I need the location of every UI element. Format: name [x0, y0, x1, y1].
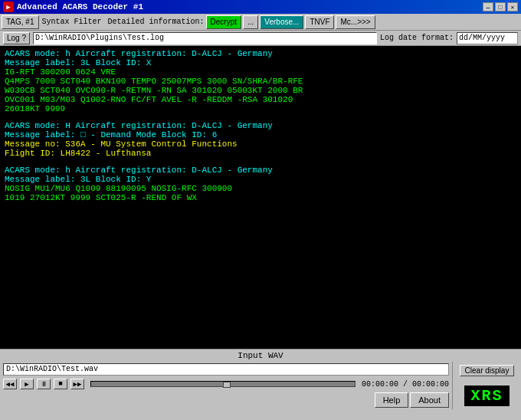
wav-label-bar: Input WAV [0, 349, 521, 362]
acars-block-0: ACARS mode: h Aircraft registration: D-A… [5, 49, 516, 113]
dots-button[interactable]: ... [243, 15, 258, 29]
tnvf-button[interactable]: TNVF [305, 15, 334, 29]
acars-line: ACARS mode: h Aircraft registration: D-A… [5, 49, 516, 58]
mcmore-button[interactable]: Mc...>>> [336, 15, 375, 29]
app-icon: ▶ [3, 2, 14, 12]
acars-line: 26018KT 9999 [5, 104, 516, 113]
detailed-info-label: Detailed information: [108, 18, 205, 26]
title-bar-left: ▶ Advanced ACARS Decoder #1 [3, 2, 143, 12]
maximize-button[interactable]: □ [495, 2, 506, 11]
acars-block-1: ACARS mode: H Aircraft registration: D-A… [5, 121, 516, 158]
acars-line: OVC001 M03/M03 Q1002-RNO FC/FT AVEL -R -… [5, 95, 516, 104]
acars-line: NOSIG MU1/MU6 Q1009 88190095 NOSIG-RFC 3… [5, 184, 516, 193]
acars-line: W030CB SCT040 OVC090-R -RETMN -RN SA 301… [5, 86, 516, 95]
bottom-area: Input WAV D:\WinRADIO\Test.wav ◀◀ ▶ ⏸ ■ … [0, 349, 521, 420]
app-title: Advanced ACARS Decoder #1 [17, 2, 143, 11]
close-button[interactable]: ✕ [507, 2, 518, 11]
verbose-button[interactable]: Verbose... [260, 15, 303, 29]
about-button[interactable]: About [410, 392, 449, 408]
main-bottom: D:\WinRADIO\Test.wav ◀◀ ▶ ⏸ ■ ▶▶ 00:00:0… [0, 362, 521, 409]
acars-line: ACARS mode: H Aircraft registration: D-A… [5, 121, 516, 130]
decrypt-button[interactable]: Decrypt [206, 15, 241, 29]
clear-display-button[interactable]: Clear display [460, 365, 515, 376]
acars-line: ACARS mode: h Aircraft registration: D-A… [5, 166, 516, 175]
log-date-format-input[interactable] [457, 32, 518, 44]
title-bar: ▶ Advanced ACARS Decoder #1 — □ ✕ [0, 0, 521, 14]
bottom-buttons-row: Help About [0, 391, 452, 409]
progress-bar[interactable] [90, 381, 356, 387]
wav-label: Input WAV [238, 351, 283, 360]
minimize-button[interactable]: — [483, 2, 493, 11]
acars-block-2: ACARS mode: h Aircraft registration: D-A… [5, 166, 516, 202]
acars-line: Message label: 3L Block ID: X [5, 58, 516, 67]
acars-line: Message no: S36A - MU System Control Fun… [5, 139, 516, 149]
help-button[interactable]: Help [375, 392, 409, 408]
acars-line: 1019 27012KT 9999 SCT025-R -REND OF WX [5, 193, 516, 202]
progress-thumb[interactable] [223, 382, 231, 388]
play-button[interactable]: ▶ [20, 379, 34, 389]
bottom-right: Clear display XRS [452, 362, 521, 409]
toolbar2: Log ? Log date format: [0, 31, 521, 46]
tag-button[interactable]: TAG, #1 [2, 15, 39, 29]
bottom-left: D:\WinRADIO\Test.wav ◀◀ ▶ ⏸ ■ ▶▶ 00:00:0… [0, 362, 452, 409]
wav-file-path: D:\WinRADIO\Test.wav [3, 363, 449, 376]
log-file-path-input[interactable] [33, 32, 377, 44]
log-button[interactable]: Log ? [3, 32, 30, 44]
title-bar-controls: — □ ✕ [483, 2, 518, 11]
stop-button[interactable]: ■ [54, 379, 67, 389]
acars-line: Message label: □ - Demand Mode Block ID:… [5, 130, 516, 139]
controls-row: ◀◀ ▶ ⏸ ■ ▶▶ 00:00:00 / 00:00:00 [0, 377, 452, 391]
syntax-filter-label: Syntax Filter [42, 18, 102, 26]
xrs-label: XRS [464, 386, 509, 406]
acars-line: Q4MPS 7000 SCT040 BKN100 TEMPO 25007MPS … [5, 77, 516, 86]
wav-file-row: D:\WinRADIO\Test.wav [0, 362, 452, 377]
rewind-button[interactable]: ◀◀ [3, 379, 17, 389]
log-date-label: Log date format: [380, 34, 454, 42]
toolbar1: TAG, #1 Syntax Filter Detailed informati… [0, 14, 521, 31]
acars-line: Message label: 3L Block ID: Y [5, 175, 516, 184]
acars-line: Flight ID: LH8422 - Lufthansa [5, 149, 516, 158]
acars-line: IG-RFT 300200 0624 VRE [5, 67, 516, 77]
pause-button[interactable]: ⏸ [37, 379, 51, 389]
forward-button[interactable]: ▶▶ [70, 379, 84, 389]
time-display: 00:00:00 / 00:00:00 [362, 380, 449, 389]
messages-container: ACARS mode: h Aircraft registration: D-A… [5, 49, 516, 202]
main-display[interactable]: ACARS mode: h Aircraft registration: D-A… [0, 46, 521, 349]
